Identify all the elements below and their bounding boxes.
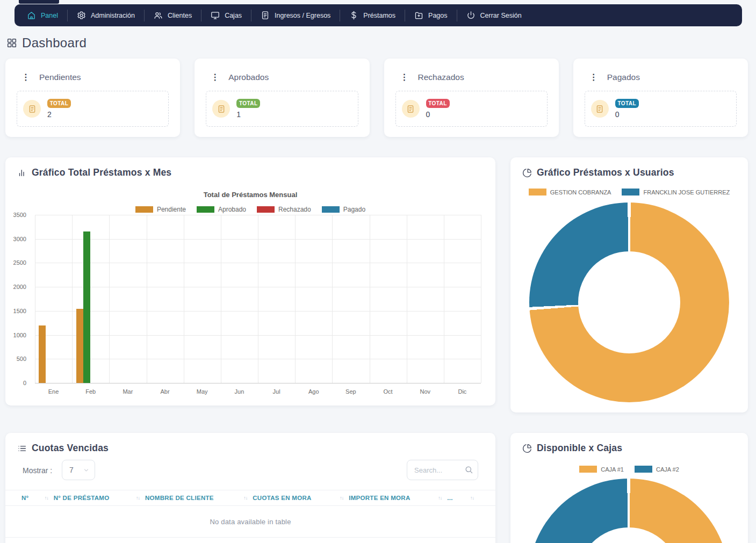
y-axis-tick: 2500	[5, 259, 26, 266]
monitor-icon	[211, 11, 220, 20]
kebab-menu-icon[interactable]: ⋮	[21, 73, 30, 82]
pie-chart-icon	[522, 168, 532, 178]
plot-area	[35, 215, 481, 383]
nav-item-cajas[interactable]: Cajas	[201, 10, 251, 21]
kebab-menu-icon[interactable]: ⋮	[211, 73, 219, 82]
stat-card-pendientes: ⋮PendientesTOTAL2	[5, 59, 180, 137]
x-axis-tick: Mar	[109, 388, 146, 395]
card-title: Disponible x Cajas	[537, 443, 622, 454]
page-size-select[interactable]: 7	[62, 460, 95, 480]
nav-item-label: Administración	[91, 12, 135, 19]
chevron-down-icon	[83, 467, 90, 474]
y-axis-tick: 1000	[5, 332, 26, 338]
nav-item-clientes[interactable]: Clientes	[144, 10, 201, 21]
users-donut-legend: GESTION COBRANZAFRANCKLIN JOSE GUTIERREZ	[510, 189, 748, 196]
x-axis-tick: Feb	[72, 388, 109, 395]
search-box	[407, 460, 478, 480]
x-axis-tick: Jul	[258, 388, 295, 395]
chart-title: Total de Préstamos Mensual	[5, 191, 495, 199]
search-icon	[464, 465, 473, 474]
donut-hole	[578, 527, 680, 543]
stat-value: 1	[236, 110, 260, 119]
column-label: CUOTAS EN MORA	[253, 495, 311, 501]
document-icon	[402, 100, 420, 118]
column-header-nombre-de-cliente[interactable]: NOMBRE DE CLIENTE↑↓	[145, 495, 253, 501]
legend-item-aprobado[interactable]: Aprobado	[197, 206, 246, 213]
x-axis-tick: Nov	[407, 388, 444, 395]
legend-item-caja-2[interactable]: CAJA #2	[635, 466, 679, 473]
table-controls: Mostrar : 7	[5, 460, 495, 480]
loans-per-user-card: Gráfico Préstamos x Usuarios GESTION COB…	[510, 157, 748, 412]
donut-hole	[578, 251, 680, 353]
total-badge: TOTAL	[236, 99, 260, 108]
card-header: Disponible x Cajas	[522, 443, 622, 454]
top-edge-peek	[19, 0, 59, 4]
column-label: IMPORTE EN MORA	[349, 495, 410, 501]
column-header-n-de-prestamo[interactable]: N° DE PRÉSTAMO↑↓	[54, 495, 145, 501]
nav-item-panel[interactable]: Panel	[18, 10, 67, 21]
list-icon	[17, 444, 27, 453]
stat-title: Pendientes	[39, 73, 81, 82]
nav-item-administracion[interactable]: Administración	[67, 10, 144, 21]
legend-label: Aprobado	[218, 206, 246, 213]
kebab-menu-icon[interactable]: ⋮	[400, 73, 409, 82]
nav-item-label: Préstamos	[363, 12, 395, 19]
column-header-cuotas-en-mora[interactable]: CUOTAS EN MORA↑↓	[253, 495, 349, 501]
stat-body: TOTAL2	[17, 91, 169, 127]
legend-swatch	[257, 206, 275, 213]
column-label: NOMBRE DE CLIENTE	[145, 495, 214, 501]
legend-item-rechazado[interactable]: Rechazado	[257, 206, 311, 213]
sort-icon: ↑↓	[243, 495, 247, 501]
stat-title: Aprobados	[228, 73, 269, 82]
nav-item-ingresos-egresos[interactable]: Ingresos / Egresos	[251, 10, 340, 21]
bar-pendiente-feb	[76, 309, 83, 383]
legend-item-pendiente[interactable]: Pendiente	[135, 206, 186, 213]
legend-label: CAJA #1	[601, 466, 624, 473]
column-header-importe-en-mora[interactable]: IMPORTE EN MORA↑↓	[349, 495, 447, 501]
sort-icon: ↑↓	[438, 495, 442, 501]
sort-icon: ↑↓	[340, 495, 343, 501]
y-axis-tick: 3500	[5, 212, 26, 218]
y-axis-tick: 1500	[5, 308, 26, 314]
nav-item-prestamos[interactable]: Préstamos	[340, 10, 405, 21]
legend-label: Pagado	[343, 206, 365, 213]
loans-per-month-card: Gráfico Total Préstamos x Mes Total de P…	[5, 157, 495, 406]
document-icon	[261, 11, 270, 20]
legend-item-francklin-jose-gutierrez[interactable]: FRANCKLIN JOSE GUTIERREZ	[622, 189, 730, 196]
cajas-donut-legend: CAJA #1CAJA #2	[510, 466, 748, 473]
document-icon	[591, 100, 609, 118]
stat-card-header: ⋮Aprobados	[211, 73, 269, 82]
card-header: Gráfico Préstamos x Usuarios	[522, 167, 674, 178]
column-header-n[interactable]: N°↑↓	[21, 495, 54, 501]
stat-value: 0	[615, 110, 639, 119]
legend-swatch	[529, 189, 546, 196]
legend-item-pagado[interactable]: Pagado	[322, 206, 365, 213]
kebab-menu-icon[interactable]: ⋮	[589, 73, 598, 82]
x-axis-tick: Ene	[35, 388, 72, 395]
y-axis-tick: 3000	[5, 236, 26, 242]
legend-item-caja-1[interactable]: CAJA #1	[579, 466, 624, 473]
document-icon	[212, 100, 230, 118]
column-header-actions[interactable]: ...↑↓	[447, 495, 479, 501]
bar-chart-plot: 0500100015002000250030003500 EneFebMarAb…	[5, 215, 495, 400]
page-size-label: Mostrar :	[23, 466, 52, 475]
pie-chart-icon	[522, 444, 532, 453]
legend-label: FRANCKLIN JOSE GUTIERREZ	[643, 189, 730, 196]
nav-item-cerrar-sesion[interactable]: Cerrar Sesión	[457, 10, 531, 21]
page-header: Dashboard	[6, 35, 87, 50]
stat-title: Rechazados	[418, 73, 464, 82]
y-axis-tick: 2000	[5, 284, 26, 290]
total-badge: TOTAL	[47, 99, 71, 108]
legend-item-gestion-cobranza[interactable]: GESTION COBRANZA	[529, 189, 611, 196]
stat-body: TOTAL1	[206, 91, 358, 127]
nav-item-pagos[interactable]: Pagos	[405, 10, 456, 21]
nav-item-label: Ingresos / Egresos	[275, 12, 330, 19]
power-icon	[466, 11, 476, 20]
bar-aprobado-feb	[83, 231, 90, 383]
bar-chart-legend: PendienteAprobadoRechazadoPagado	[5, 206, 495, 213]
gear-icon	[77, 11, 86, 20]
navbar-items: PanelAdministraciónClientesCajasIngresos…	[18, 4, 531, 26]
stat-card-pagados: ⋮PagadosTOTAL0	[573, 59, 748, 137]
x-axis-tick: Sep	[332, 388, 369, 395]
page-title: Dashboard	[22, 35, 87, 50]
